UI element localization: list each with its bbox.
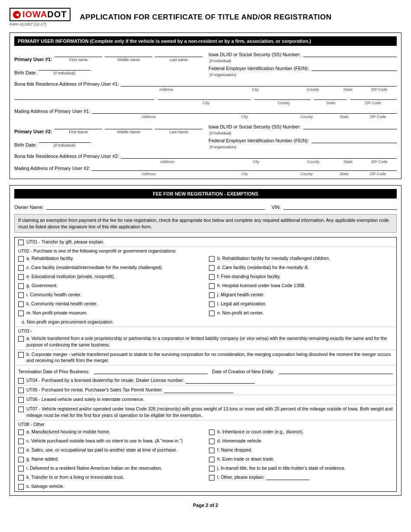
ut08-k-text: k. Transfer to or from a living or irrev… (26, 474, 202, 481)
ut02-f-checkbox[interactable] (209, 274, 215, 280)
primary-user-header: PRIMARY USER INFORMATION (Complete only … (14, 36, 397, 46)
exemption-list: UT01 - Transfer by gift, please explain.… (14, 237, 397, 491)
user1-lastname-label: Last name (155, 58, 202, 62)
user1-middlename-label: Middle name (105, 58, 152, 62)
ut08-f-checkbox[interactable] (209, 448, 215, 453)
ut08-s-text: s. Salvage vehicle. (26, 483, 393, 490)
ut02-g-checkbox[interactable] (18, 283, 24, 289)
ut03-b-row: b. Corporate merger - vehicle transferre… (15, 350, 396, 365)
ut06-checkbox[interactable] (18, 397, 24, 403)
user2-birthdate-row: Birth Date: (if individual) (14, 136, 202, 147)
ut02-row-e: e. Educational institution (private, non… (15, 272, 396, 281)
ut08-a-checkbox[interactable] (18, 429, 24, 435)
ut05-checkbox[interactable] (18, 388, 24, 393)
user1-dl-sub: (if individual) (209, 59, 397, 63)
ut08-j-checkbox[interactable] (209, 466, 215, 471)
ut08-d-checkbox[interactable] (209, 439, 215, 444)
user1-fein-input[interactable] (311, 64, 397, 71)
fee-section-header: FEE FOR NEW REGISTRATION - EXEMPTIONS (14, 189, 397, 199)
form-number: Form 411007 (12-17) (10, 22, 46, 26)
ut02-m-checkbox[interactable] (18, 311, 24, 316)
ut02-i-checkbox[interactable] (18, 292, 24, 298)
ut02-a-checkbox[interactable] (18, 256, 24, 262)
ut01-checkbox[interactable] (18, 240, 24, 245)
user2-mailing-row: Mailing Address of Primary User #2: (14, 164, 397, 171)
ut02-k-text: k. Community mental health center. (26, 301, 202, 307)
user2-fein-input[interactable] (311, 136, 397, 143)
ut04-checkbox[interactable] (18, 378, 24, 384)
ut08-c-right: d. Homemade vehicle. (206, 436, 396, 445)
ut08-k-checkbox[interactable] (18, 475, 24, 481)
logo-box: ◀ IOWADOT Form 411007 (12-17) (10, 8, 71, 26)
ut02-h-checkbox[interactable] (209, 283, 215, 289)
user1-firstname-input[interactable] (55, 50, 102, 57)
ut02-d-checkbox[interactable] (209, 265, 215, 271)
logo: ◀ IOWADOT (10, 8, 71, 21)
ut08-a-left: a. Manufactured housing or mobile home. (15, 427, 206, 436)
ut02-g-right: h. Hospital licensed under Iowa Code 135… (206, 281, 396, 290)
ut08-l-text: l. Other, please explain: (217, 474, 393, 481)
ut08-g-checkbox[interactable] (18, 457, 24, 462)
user2-mailing-address-line (92, 164, 397, 171)
user2-dl-row: Iowa DL/ID or Social Security (SS) Numbe… (209, 122, 397, 129)
ut07-checkbox[interactable] (18, 407, 24, 412)
user1-mailing-sublabels: Address City County State ZIP Code (14, 115, 397, 119)
ut08-l-checkbox[interactable] (209, 475, 215, 481)
ut08-i-checkbox[interactable] (18, 466, 24, 471)
ut08-e-checkbox[interactable] (18, 448, 24, 453)
ut08-s-checkbox[interactable] (18, 484, 24, 490)
ut02-b-text: b. Rehabilitation facility for mentally … (217, 255, 393, 262)
user1-lastname-input[interactable] (155, 50, 202, 57)
ut08-i-right: j. In-transit title, fee to be paid in t… (206, 464, 396, 473)
ut02-b-checkbox[interactable] (209, 256, 215, 262)
ut02-i-right: j. Migrant health center. (206, 290, 396, 299)
ut03-a-checkbox[interactable] (18, 336, 24, 342)
ut08-e-right: f. Name dropped. (206, 445, 396, 455)
ut08-row-i: i. Delivered to a resident Native Americ… (15, 464, 396, 473)
ut02-row-a: a. Rehabilitation facility. b. Rehabilit… (15, 254, 396, 263)
ut02-c-checkbox[interactable] (18, 265, 24, 271)
user2-firstname-input[interactable] (55, 122, 102, 129)
ut03-b-text: b. Corporate merger - vehicle transferre… (26, 351, 393, 364)
ut02-o-text: o. Non-profit organ procurement organiza… (18, 319, 393, 325)
ut02-j-checkbox[interactable] (209, 292, 215, 298)
ut02-i-left: i. Community health center. (15, 290, 206, 299)
ut02-k-checkbox[interactable] (18, 301, 24, 307)
ut02-n-checkbox[interactable] (209, 311, 215, 316)
ut02-a-left: a. Rehabilitation facility. (15, 254, 206, 263)
user1-residence-block: Bona fide Residence Address of Primary U… (14, 80, 397, 105)
user1-dl-input[interactable] (303, 50, 397, 57)
ut02-l-checkbox[interactable] (209, 301, 215, 307)
user1-residence-city-line (14, 93, 154, 100)
ut08-i-left: i. Delivered to a resident Native Americ… (15, 464, 206, 473)
user1-firstname-group: First name (55, 50, 102, 62)
user2-lastname-group: Last Name (155, 122, 202, 134)
ut08-row-a: a. Manufactured housing or mobile home. … (15, 427, 396, 436)
user2-middlename-input[interactable] (105, 122, 152, 129)
ut05-permit-line (164, 387, 233, 393)
ut08-f-text: f. Name dropped. (217, 447, 393, 453)
user1-middlename-input[interactable] (105, 50, 152, 57)
ut08-c-checkbox[interactable] (18, 439, 24, 444)
user2-lastname-input[interactable] (155, 122, 202, 129)
ut07-row: UT07 - Vehicle registered and/or operate… (15, 404, 396, 420)
ut02-e-checkbox[interactable] (18, 274, 24, 280)
user2-birthdate-input[interactable] (39, 136, 90, 143)
user1-dl-row: Iowa DL/ID or Social Security (SS) Numbe… (209, 50, 397, 57)
user1-birthdate-input[interactable] (39, 64, 90, 71)
ut08-b-checkbox[interactable] (209, 429, 215, 435)
ut08-i-text: i. Delivered to a resident Native Americ… (26, 465, 202, 471)
ut01-text: UT01 - Transfer by gift, please explain. (26, 239, 393, 245)
user2-residence-row: Bona fide Residence Address of Primary U… (14, 152, 397, 159)
user2-middlename-group: Middle Name (105, 122, 152, 134)
ut08-h-checkbox[interactable] (209, 457, 215, 462)
ut05-text: UT05 - Purchased for rental. Purchaser's… (26, 387, 393, 393)
ut05-row: UT05 - Purchased for rental. Purchaser's… (15, 385, 396, 395)
ut08-e-text: e. Sales, use, or occupational tax paid … (26, 447, 202, 453)
ut03-b-checkbox[interactable] (18, 352, 24, 358)
user2-dl-input[interactable] (303, 122, 397, 129)
owner-line (46, 203, 265, 210)
ut08-c-text: c. Vehicle purchased outside Iowa with n… (26, 438, 202, 444)
vin-field: VIN: (272, 203, 397, 210)
ut02-c-right: d. Care facility (residential) for the m… (206, 263, 396, 272)
